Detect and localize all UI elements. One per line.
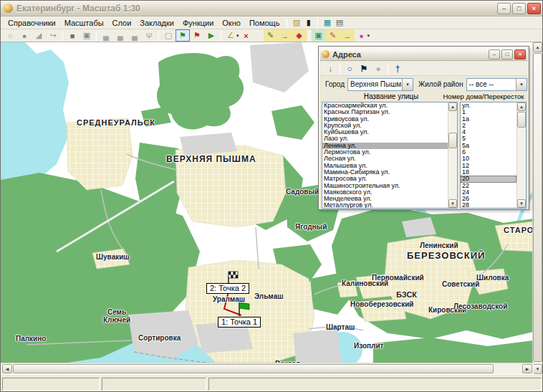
fill-square-tool-icon[interactable]: ■ — [65, 29, 80, 42]
delete-tool-icon[interactable]: × — [239, 29, 254, 42]
polygon-select-tool-icon[interactable]: ● — [17, 29, 32, 42]
area-icon[interactable]: ● — [371, 62, 385, 75]
house-list-item[interactable]: 18 — [461, 169, 516, 176]
route-point-1-label[interactable]: 1: Точка 1 — [218, 317, 261, 328]
menu-pomosch[interactable]: Помощь — [245, 18, 284, 28]
scroll-down-icon[interactable]: ▼ — [448, 199, 457, 208]
house-scroll-thumb[interactable] — [517, 112, 526, 128]
transport-line-tool-icon[interactable]: ▄ — [128, 29, 142, 42]
transport-stop-tool-icon[interactable]: ▄ — [99, 29, 113, 42]
dialog-close-button[interactable]: × — [514, 49, 526, 59]
house-list-item[interactable]: 12 — [461, 163, 516, 169]
search-address-icon[interactable]: ↓ — [323, 62, 337, 75]
house-list-item[interactable]: 1 — [461, 109, 516, 115]
vertical-scroll-thumb[interactable] — [533, 53, 542, 362]
house-list-item[interactable]: 10 — [461, 156, 516, 162]
dialog-title-bar[interactable]: Адреса ‒ □ × — [320, 48, 527, 61]
street-list-item[interactable]: Красных Партизан ул. — [322, 109, 448, 115]
red-flag-tool-icon[interactable]: ⚑ — [190, 29, 204, 42]
scroll-up-icon[interactable]: ▲ — [448, 102, 457, 111]
street-list-item-selected[interactable]: Ленина ул. — [322, 143, 448, 149]
street-list-scrollbar[interactable]: ▲ ▼ — [448, 102, 457, 208]
menu-funkcii[interactable]: Функции — [178, 18, 218, 28]
street-list-item[interactable]: Малышева ул. — [322, 163, 448, 169]
circle-select-icon[interactable]: ○ — [342, 62, 357, 75]
transport-route-tool-icon[interactable]: ▄ — [113, 29, 128, 42]
db-style-dropdown-icon[interactable]: ▾ — [367, 33, 370, 39]
house-list-item[interactable]: 5а — [461, 143, 516, 149]
scroll-up-icon[interactable]: ▲ — [517, 102, 526, 111]
street-list[interactable]: Красноармейская ул. Красных Партизан ул.… — [322, 102, 458, 209]
scroll-down-icon[interactable]: ▼ — [533, 364, 542, 374]
menu-spravochniki[interactable]: Справочники — [4, 18, 60, 28]
street-list-item[interactable]: Красноармейская ул. — [322, 102, 448, 109]
street-list-item[interactable]: Матросова ул. — [322, 176, 448, 182]
district-combo[interactable]: -- все -- ▾ — [466, 78, 527, 91]
house-list-item[interactable]: 28 — [461, 202, 516, 209]
point-select-tool-icon[interactable]: ▶ — [204, 29, 218, 42]
house-list[interactable]: ул. 1 1а 2 4 5 5а 6 10 12 18 20 22 24 26… — [460, 102, 527, 209]
rect-select-tool-icon[interactable]: ▢ — [161, 29, 176, 42]
scroll-down-icon[interactable]: ▼ — [517, 199, 526, 208]
close-button[interactable]: × — [527, 3, 541, 14]
edit-delete-tool-icon[interactable]: ◆ — [292, 29, 307, 42]
hatch-style-icon[interactable]: ▨ — [290, 16, 302, 29]
house-list-scrollbar[interactable]: ▲ ▼ — [516, 102, 526, 208]
menu-masshtaby[interactable]: Масштабы — [60, 18, 108, 28]
move-square-tool-icon[interactable]: ▣ — [80, 29, 94, 42]
street-list-item[interactable]: Металлургов ул. — [322, 202, 448, 209]
house-list-item[interactable]: ул. — [461, 102, 516, 109]
add-flag-icon[interactable]: ⚑ — [357, 62, 371, 75]
map-vertical-scrollbar[interactable]: ▲ ▼ — [532, 42, 542, 374]
dialog-minimize-button[interactable]: ‒ — [489, 49, 500, 59]
house-list-item[interactable]: 24 — [461, 189, 516, 196]
dialog-maximize-button[interactable]: □ — [501, 49, 513, 59]
green-flag-tool-icon[interactable]: ⚑ — [176, 29, 190, 42]
scroll-right-icon[interactable]: ▶ — [522, 364, 532, 373]
edit-create-tool-icon[interactable]: ✎ — [264, 29, 278, 42]
restore-button[interactable]: □ — [512, 3, 526, 14]
street-list-item[interactable]: Лесная ул. — [322, 156, 448, 162]
house-list-item[interactable]: 22 — [461, 183, 516, 189]
cut-area-tool-icon[interactable]: ◢ — [32, 29, 46, 42]
house-list-item[interactable]: 6 — [461, 149, 516, 156]
street-list-item[interactable]: Лермонтова ул. — [322, 149, 448, 156]
measure-tool-icon[interactable]: ∠ — [224, 29, 238, 42]
district-combo-arrow-icon[interactable]: ▾ — [516, 79, 527, 90]
street-scroll-thumb[interactable] — [448, 133, 457, 148]
save-map-icon[interactable]: ▦ — [321, 16, 333, 29]
db-style-tool-icon[interactable]: ● — [355, 29, 369, 42]
scroll-up-icon[interactable]: ▲ — [533, 42, 542, 52]
map-horizontal-scrollbar[interactable]: ◀ ▶ — [1, 363, 534, 374]
db-edit-tool-icon[interactable]: ▣ — [312, 29, 326, 42]
house-list-item[interactable]: 2 — [461, 123, 516, 129]
route-point-2-label[interactable]: 2: Точка 2 — [206, 283, 249, 294]
exit-area-tool-icon[interactable]: ↪ — [46, 29, 60, 42]
street-list-item[interactable]: Маяковского ул. — [322, 189, 448, 196]
db-paste-tool-icon[interactable]: → — [340, 29, 355, 42]
street-list-item[interactable]: Кривоусова ул. — [322, 116, 448, 123]
street-list-item[interactable]: Лазо ул. — [322, 135, 448, 142]
contrast-icon[interactable]: ▮ — [302, 16, 314, 29]
street-list-item[interactable]: Куйбышева ул. — [322, 129, 448, 135]
city-combo[interactable]: Верхняя Пышма ▾ — [347, 78, 413, 91]
menu-sloi[interactable]: Слои — [108, 18, 136, 28]
street-list-item[interactable]: Менделеева ул. — [322, 196, 448, 202]
street-list-item[interactable]: Крупской ул. — [322, 123, 448, 129]
db-copy-tool-icon[interactable]: ✎ — [326, 29, 340, 42]
scroll-left-icon[interactable]: ◀ — [2, 364, 12, 373]
antenna-tool-icon[interactable]: Ψ — [142, 29, 156, 42]
city-combo-arrow-icon[interactable]: ▾ — [402, 79, 413, 90]
house-list-item[interactable]: 4 — [461, 129, 516, 135]
house-list-item[interactable]: 1а — [461, 116, 516, 123]
house-list-item[interactable]: 5 — [461, 135, 516, 142]
edit-move-tool-icon[interactable]: → — [278, 29, 292, 42]
horizontal-scroll-thumb[interactable] — [13, 364, 494, 373]
circle-select-tool-icon[interactable]: ○ — [3, 29, 17, 42]
print-icon[interactable]: ▤ — [333, 16, 345, 29]
house-list-item-selected[interactable]: 20 — [461, 176, 516, 182]
route-point-icon[interactable]: † — [390, 62, 405, 75]
street-list-item[interactable]: Мамина-Сибиряка ул. — [322, 169, 448, 176]
house-list-item[interactable]: 26 — [461, 196, 516, 202]
menu-zakladki[interactable]: Закладки — [135, 18, 178, 28]
